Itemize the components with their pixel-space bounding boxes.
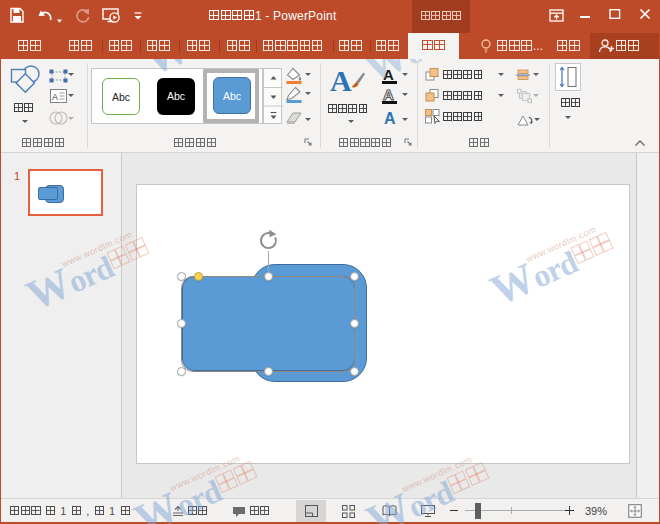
svg-text:A: A [52,92,58,102]
